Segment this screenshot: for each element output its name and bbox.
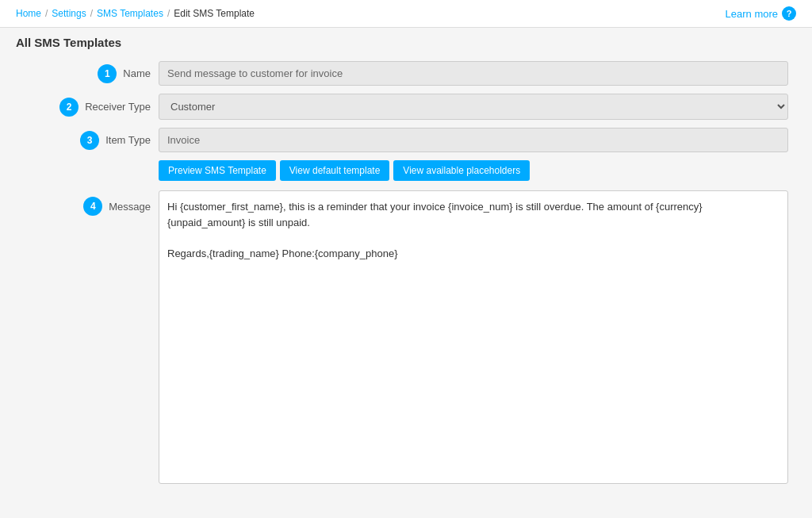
- help-icon: ?: [782, 6, 796, 21]
- step4-circle: 4: [83, 197, 102, 216]
- breadcrumb-current: Edit SMS Template: [174, 8, 255, 19]
- receiver-label-group: 2 Receiver Type: [24, 98, 159, 117]
- preview-sms-button[interactable]: Preview SMS Template: [159, 160, 276, 181]
- step3-circle: 3: [80, 131, 99, 150]
- step3-label: Item Type: [105, 134, 151, 146]
- learn-more-label: Learn more: [726, 8, 778, 20]
- breadcrumb-sms-templates[interactable]: SMS Templates: [97, 8, 163, 19]
- name-row: 1 Name: [24, 61, 788, 86]
- breadcrumb: Home / Settings / SMS Templates / Edit S…: [16, 8, 255, 19]
- item-type-row: 3 Item Type: [24, 128, 788, 152]
- step1-circle: 1: [98, 64, 117, 83]
- breadcrumb-settings[interactable]: Settings: [52, 8, 86, 19]
- name-label-group: 1 Name: [24, 64, 159, 83]
- item-type-input[interactable]: [159, 128, 788, 152]
- message-row: 4 Message: [24, 190, 788, 484]
- breadcrumb-home[interactable]: Home: [16, 8, 41, 19]
- page-title: All SMS Templates: [0, 28, 812, 53]
- breadcrumb-sep1: /: [45, 8, 48, 19]
- message-textarea[interactable]: [159, 190, 788, 484]
- step2-circle: 2: [59, 98, 79, 117]
- top-bar: Home / Settings / SMS Templates / Edit S…: [0, 0, 812, 28]
- main-content: 1 Name 2 Receiver Type Customer Vendor C…: [0, 53, 812, 508]
- breadcrumb-sep3: /: [167, 8, 170, 19]
- view-placeholders-button[interactable]: View available placeholders: [393, 160, 530, 181]
- name-input[interactable]: [159, 61, 788, 86]
- receiver-type-select[interactable]: Customer Vendor Contact: [159, 94, 788, 120]
- message-label-group: 4 Message: [24, 190, 159, 216]
- view-default-button[interactable]: View default template: [280, 160, 390, 181]
- step4-label: Message: [109, 201, 151, 213]
- action-buttons: Preview SMS Template View default templa…: [159, 160, 788, 181]
- breadcrumb-sep2: /: [90, 8, 93, 19]
- step2-label: Receiver Type: [85, 101, 151, 113]
- step1-label: Name: [123, 67, 151, 79]
- learn-more-link[interactable]: Learn more ?: [726, 6, 796, 21]
- receiver-type-row: 2 Receiver Type Customer Vendor Contact: [24, 94, 788, 120]
- item-label-group: 3 Item Type: [24, 131, 159, 150]
